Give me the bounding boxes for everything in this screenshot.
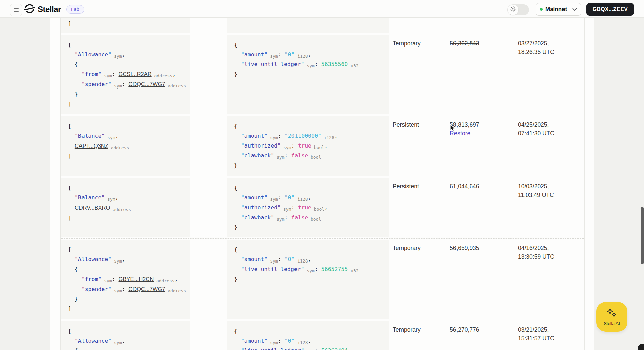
ttl-ledger-number: 58,813,697 bbox=[450, 120, 479, 129]
storage-type-label: Temporary bbox=[393, 325, 421, 334]
code-token bbox=[234, 142, 241, 149]
code-token: i128 bbox=[294, 340, 308, 345]
code-token: false bbox=[291, 214, 308, 221]
code-token: i128 bbox=[321, 135, 334, 140]
code-token: } bbox=[234, 162, 237, 169]
code-token: sym bbox=[101, 278, 112, 283]
code-token: "authorized" bbox=[241, 204, 281, 211]
code-token: "clawback" bbox=[241, 214, 274, 221]
updated-date-cell: 10/03/2025,11:03:49 UTC bbox=[518, 182, 580, 199]
code-token: false bbox=[291, 152, 308, 159]
code-token: "amount" bbox=[241, 194, 267, 201]
code-token: : bbox=[278, 51, 285, 58]
address-link[interactable]: CDRV...BXRO bbox=[75, 205, 110, 211]
code-token: [ bbox=[68, 123, 71, 129]
code-token: "0" bbox=[285, 256, 295, 262]
table-row: [ "Balance" sym, CAPT...Q3NZ address]{ "… bbox=[61, 115, 584, 177]
sparkles-icon bbox=[605, 308, 618, 320]
code-token: sym bbox=[111, 54, 122, 59]
code-token: bool bbox=[311, 145, 324, 150]
address-link[interactable]: CAPT...Q3NZ bbox=[75, 143, 108, 149]
network-selector[interactable]: Mainnet bbox=[536, 3, 581, 16]
code-token: : bbox=[278, 194, 285, 201]
ttl-ledger-cell: 56,659,935 bbox=[450, 244, 479, 252]
code-token bbox=[68, 133, 75, 139]
table-row: [ "Allowance" sym, { "from" sym: GBYE...… bbox=[61, 238, 584, 320]
code-token bbox=[234, 194, 241, 201]
brand[interactable]: Stellar Lab bbox=[24, 3, 84, 15]
code-token: [ bbox=[68, 42, 71, 48]
code-token: , bbox=[122, 338, 125, 344]
code-token: "spender" bbox=[82, 286, 111, 292]
entry-value-code: { "amount" sym: "201100000" i128, "autho… bbox=[227, 116, 389, 176]
code-token: , bbox=[122, 51, 125, 58]
code-token: 56263494 bbox=[321, 347, 348, 350]
entries-table: ][ "Allowance" sym, { "from" sym: GCSI..… bbox=[60, 17, 585, 350]
code-token: "from" bbox=[82, 71, 102, 77]
code-token: "amount" bbox=[241, 338, 267, 344]
table-row: [ "Allowance" sym, {{ "amount" sym: "0" … bbox=[61, 320, 584, 350]
code-token: sym bbox=[281, 145, 291, 150]
code-token: , bbox=[115, 133, 119, 139]
code-token: "201100000" bbox=[285, 133, 321, 139]
code-token: "authorized" bbox=[241, 142, 281, 149]
code-token: ] bbox=[68, 20, 71, 27]
code-token bbox=[234, 51, 241, 58]
code-token: { bbox=[234, 246, 237, 253]
code-token: sym bbox=[274, 217, 284, 222]
code-token: : bbox=[285, 214, 291, 221]
code-token bbox=[68, 338, 75, 344]
entry-key-code: [ "Allowance" sym, { "from" sym: GBYE...… bbox=[61, 240, 190, 319]
code-token: { bbox=[68, 266, 78, 272]
code-token: : bbox=[112, 276, 119, 282]
stella-ai-button[interactable]: Stella AI bbox=[596, 302, 627, 332]
sun-icon bbox=[510, 6, 516, 14]
code-token: [ bbox=[68, 185, 71, 191]
updated-date-cell: 03/27/2025,18:26:35 UTC bbox=[518, 39, 580, 56]
entry-value-code: { "amount" sym: "0" i128, "live_until_le… bbox=[227, 321, 389, 350]
code-token: , bbox=[122, 256, 125, 262]
menu-button[interactable] bbox=[10, 4, 22, 16]
ttl-ledger-cell: 56,362,843 bbox=[450, 39, 479, 48]
code-token: , bbox=[324, 142, 328, 149]
ttl-ledger-cell: 56,270,776 bbox=[450, 325, 479, 334]
code-token: : bbox=[291, 142, 298, 149]
code-token: bool bbox=[311, 207, 324, 212]
code-token: address bbox=[108, 145, 129, 150]
address-link[interactable]: CDQC...7WG7 bbox=[128, 81, 165, 87]
code-token: "live_until_ledger" bbox=[241, 266, 304, 272]
code-token: { bbox=[68, 61, 78, 67]
address-link[interactable]: GCSI...R2AR bbox=[119, 71, 152, 77]
code-token: , bbox=[308, 194, 311, 201]
code-token bbox=[234, 256, 241, 262]
entry-value-code: { "amount" sym: "0" i128, "live_until_le… bbox=[227, 35, 389, 114]
entry-value-code: { "amount" sym: "0" i128, "authorized" s… bbox=[227, 178, 389, 237]
code-token: i128 bbox=[294, 258, 308, 264]
code-token: , bbox=[172, 71, 176, 77]
code-token bbox=[68, 256, 75, 262]
table-row: [ "Balance" sym, CDRV...BXRO address]{ "… bbox=[61, 177, 584, 238]
code-token: sym bbox=[267, 340, 278, 345]
code-token: } bbox=[234, 71, 237, 77]
ttl-ledger-cell: 61,044,646 bbox=[450, 182, 479, 191]
table-row: [ "Allowance" sym, { "from" sym: GCSI...… bbox=[61, 34, 584, 115]
code-token: address bbox=[165, 83, 186, 89]
code-token: : bbox=[315, 266, 321, 272]
restore-link[interactable]: Restore bbox=[450, 129, 479, 138]
code-token: { bbox=[68, 347, 78, 350]
code-token: "0" bbox=[285, 338, 295, 344]
code-token: , bbox=[308, 51, 311, 58]
code-token: sym bbox=[267, 197, 278, 202]
code-token: sym bbox=[111, 258, 122, 264]
address-link[interactable]: GBYE...H2CN bbox=[119, 276, 154, 282]
theme-toggle[interactable] bbox=[507, 4, 529, 15]
code-token: : bbox=[315, 347, 321, 350]
ttl-ledger-cell: 58,813,697Restore bbox=[450, 120, 479, 138]
account-button[interactable]: GBQX...ZEEV bbox=[586, 3, 634, 16]
code-token: { bbox=[234, 123, 237, 129]
code-token: i128 bbox=[294, 197, 308, 202]
code-token bbox=[68, 286, 82, 292]
vertical-scrollbar[interactable] bbox=[641, 207, 644, 264]
code-token: ] bbox=[68, 305, 71, 312]
address-link[interactable]: CDQC...7WG7 bbox=[128, 286, 165, 292]
